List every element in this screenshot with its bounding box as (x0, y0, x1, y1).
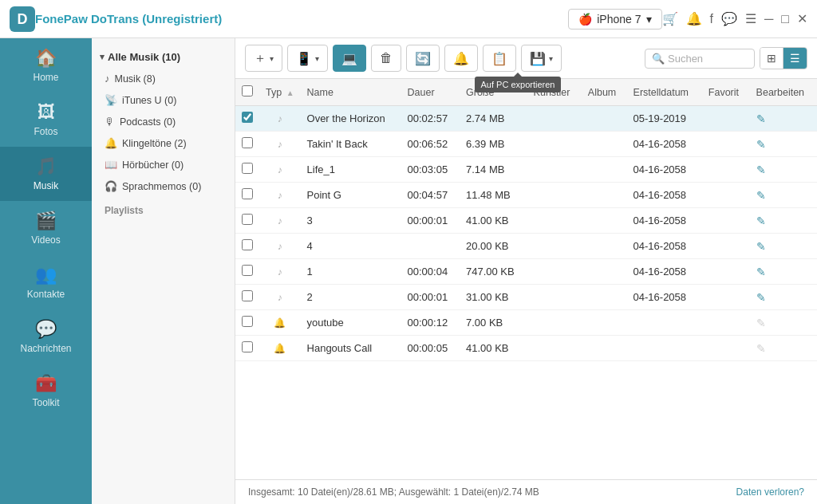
minimize-icon[interactable]: ─ (764, 12, 773, 26)
left-panel-item-itunes[interactable]: 📡 iTunes U (0) (92, 89, 235, 111)
name-header[interactable]: Name (301, 79, 401, 106)
left-panel-section-playlists: Playlists (92, 197, 235, 219)
row-checkbox[interactable] (242, 316, 253, 327)
row-checkbox[interactable] (242, 163, 253, 174)
select-all-checkbox[interactable] (242, 85, 253, 96)
row-checkbox-cell[interactable] (235, 106, 259, 132)
row-erstelldatum: 04-16-2058 (627, 259, 702, 285)
left-panel-item-sprachmemos[interactable]: 🎧 Sprachmemos (0) (92, 175, 235, 197)
left-panel-item-klingeltoene[interactable]: 🔔 Klingeltöne (2) (92, 132, 235, 154)
row-checkbox[interactable] (242, 341, 253, 352)
device-icon: 📱 (296, 51, 312, 66)
row-edit-cell[interactable]: ✎ (750, 132, 817, 157)
row-checkbox[interactable] (242, 265, 253, 276)
close-icon[interactable]: ✕ (797, 11, 807, 26)
sidebar-item-fotos[interactable]: 🖼 Fotos (0, 93, 92, 147)
edit-icon[interactable]: ✎ (756, 240, 766, 253)
row-checkbox-cell[interactable] (235, 259, 259, 285)
row-edit-cell[interactable]: ✎ (750, 157, 817, 183)
row-checkbox[interactable] (242, 137, 253, 148)
edit-icon[interactable]: ✎ (756, 112, 766, 125)
music-note-icon: ♪ (278, 113, 282, 124)
edit-icon[interactable]: ✎ (756, 215, 766, 227)
row-dauer: 00:00:01 (401, 208, 460, 234)
left-panel-item-podcasts[interactable]: 🎙 Podcasts (0) (92, 111, 235, 132)
sync-button[interactable]: 🔄 (406, 45, 440, 72)
list-view-button[interactable]: ☰ (783, 48, 807, 69)
device-selector[interactable]: 🍎 iPhone 7 ▾ (568, 9, 661, 30)
row-checkbox-cell[interactable] (235, 132, 259, 157)
delete-button[interactable]: 🗑 (371, 45, 401, 72)
row-checkbox[interactable] (242, 214, 253, 225)
row-edit-cell[interactable]: ✎ (750, 336, 817, 361)
ringtone-icon: 🔔 (274, 317, 286, 329)
menu-icon[interactable]: ☰ (745, 11, 756, 26)
sidebar-item-musik[interactable]: 🎵 Musik (0, 147, 92, 201)
row-name: Takin' It Back (301, 132, 401, 157)
facebook-icon[interactable]: f (710, 12, 713, 26)
grid-view-button[interactable]: ⊞ (760, 48, 783, 69)
sidebar-item-home[interactable]: 🏠 Home (0, 38, 92, 93)
sidebar-item-nachrichten[interactable]: 💬 Nachrichten (0, 309, 92, 364)
row-edit-cell[interactable]: ✎ (750, 285, 817, 310)
row-checkbox[interactable] (242, 239, 253, 250)
title-actions: 🛒 🔔 f 💬 ☰ ─ □ ✕ (662, 11, 807, 26)
maximize-icon[interactable]: □ (781, 12, 789, 26)
row-edit-cell[interactable]: ✎ (750, 234, 817, 259)
edit-icon[interactable]: ✎ (756, 266, 766, 278)
bell-icon[interactable]: 🔔 (686, 11, 702, 26)
message-icon[interactable]: 💬 (721, 11, 737, 26)
edit-icon[interactable]: ✎ (756, 189, 766, 202)
cart-icon[interactable]: 🛒 (662, 11, 678, 26)
sidebar-item-toolkit[interactable]: 🧰 Toolkit (0, 364, 92, 418)
select-all-header[interactable] (235, 79, 259, 106)
row-checkbox[interactable] (242, 188, 253, 199)
row-checkbox-cell[interactable] (235, 157, 259, 183)
data-lost-link[interactable]: Daten verloren? (736, 486, 804, 498)
more-button[interactable]: 💾 ▾ (521, 45, 562, 72)
row-checkbox-cell[interactable] (235, 285, 259, 310)
sidebar-item-kontakte[interactable]: 👥 Kontakte (0, 255, 92, 309)
edit-icon[interactable]: ✎ (756, 138, 766, 151)
row-checkbox-cell[interactable] (235, 234, 259, 259)
edit-icon[interactable]: ✎ (756, 291, 766, 304)
sidebar: 🏠 Home 🖼 Fotos 🎵 Musik 🎬 Videos 👥 Kontak… (0, 38, 92, 504)
row-edit-cell[interactable]: ✎ (750, 183, 817, 208)
row-edit-cell[interactable]: ✎ (750, 208, 817, 234)
row-edit-cell[interactable]: ✎ (750, 106, 817, 132)
row-edit-cell[interactable]: ✎ (750, 259, 817, 285)
row-type: ♪ (259, 234, 301, 259)
pc-export-button[interactable]: 💻 (333, 45, 366, 72)
row-favorit (702, 336, 750, 361)
notification-button[interactable]: 🔔 (444, 45, 478, 72)
sync-icon: 🔄 (415, 51, 431, 66)
row-name: youtube (301, 310, 401, 336)
arrow-icon: ▾ (100, 52, 105, 62)
sidebar-label-fotos: Fotos (34, 126, 57, 137)
row-edit-cell[interactable]: ✎ (750, 310, 817, 336)
add-button[interactable]: ＋ ▾ (245, 45, 282, 72)
search-input[interactable] (668, 53, 748, 65)
sidebar-item-videos[interactable]: 🎬 Videos (0, 201, 92, 255)
copy-button[interactable]: 📋 (483, 45, 516, 72)
row-name: 1 (301, 259, 401, 285)
notification-icon: 🔔 (453, 51, 469, 66)
row-checkbox-cell[interactable] (235, 183, 259, 208)
table-container: Typ ▲ Name Dauer Größe Künstler Album Er… (235, 79, 817, 479)
left-panel-item-hoerbuecher[interactable]: 📖 Hörbücher (0) (92, 154, 235, 175)
music-note-icon: ♪ (278, 164, 282, 175)
row-checkbox[interactable] (242, 112, 253, 123)
row-name: 2 (301, 285, 401, 310)
row-album (582, 336, 627, 361)
edit-icon[interactable]: ✎ (756, 163, 766, 176)
edit-icon[interactable]: ✎ (756, 317, 766, 329)
row-checkbox-cell[interactable] (235, 336, 259, 361)
device-export-button[interactable]: 📱 ▾ (287, 45, 328, 72)
left-panel-item-musik[interactable]: ♪ Musik (8) (92, 68, 235, 89)
left-panel-header[interactable]: ▾ Alle Musik (10) (92, 46, 235, 68)
row-type: ♪ (259, 285, 301, 310)
row-checkbox[interactable] (242, 290, 253, 301)
row-checkbox-cell[interactable] (235, 208, 259, 234)
row-checkbox-cell[interactable] (235, 310, 259, 336)
edit-icon[interactable]: ✎ (756, 342, 766, 355)
